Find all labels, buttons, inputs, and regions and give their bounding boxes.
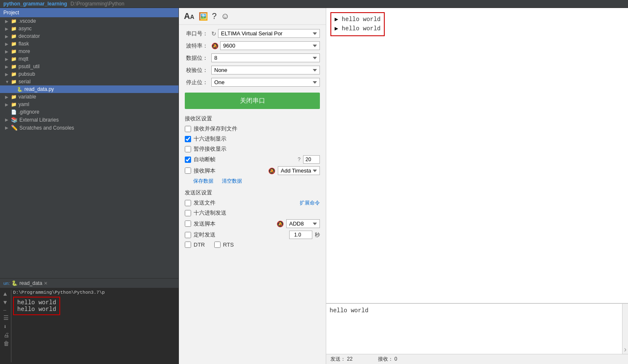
clear-data-btn[interactable]: 清空数据 (222, 178, 242, 185)
databits-label: 数据位： (185, 54, 208, 62)
run-tab-close-btn[interactable]: ✕ (44, 281, 48, 286)
receive-line1: ▶ hello world (335, 15, 381, 24)
project-path: D:\Programming\Python (70, 1, 124, 7)
recv-script-select[interactable]: Add Timesta (278, 166, 320, 175)
emoji-icon[interactable]: ☺ (221, 11, 229, 21)
tree-item-decorator[interactable]: ▶ 📁 decorator (0, 32, 178, 40)
recv-help-icon[interactable]: ? (298, 157, 301, 162)
receive-section-title: 接收区设置 (185, 115, 320, 122)
tree-item-gitignore[interactable]: 📄 .gitignore (0, 108, 178, 116)
databits-select[interactable]: 8 (211, 53, 320, 62)
refresh-icon[interactable]: ↻ (211, 30, 216, 37)
recv-hex-checkbox[interactable] (185, 136, 191, 142)
image-icon[interactable]: 🖼️ (199, 12, 208, 21)
recv-auto-value-input[interactable] (303, 155, 320, 164)
delete-btn[interactable]: 🗑 (3, 340, 9, 347)
stopbits-label: 停止位： (185, 79, 208, 86)
receive-status-value: 0 (394, 356, 397, 362)
baud-select[interactable]: 9600 (220, 41, 320, 50)
tree-item-yaml[interactable]: ▶ 📁 yaml (0, 101, 178, 108)
project-header: Project (0, 8, 178, 17)
tree-item-psutil[interactable]: ▶ 📁 psutil_util (0, 63, 178, 70)
save-data-btn[interactable]: 保存数据 (193, 178, 213, 185)
send-hex-checkbox[interactable] (185, 210, 191, 216)
scroll-up-btn[interactable]: ▲ (3, 291, 9, 298)
tree-item-scratches[interactable]: ▶ ✏️ Scratches and Consoles (0, 124, 178, 132)
serial-toolbar: AA 🖼️ ? ☺ (179, 8, 326, 25)
parity-select[interactable]: None (211, 66, 320, 74)
timed-send-label[interactable]: 定时发送 (194, 231, 216, 239)
receive-line2: ▶ hello world (335, 24, 381, 33)
send-script-checkbox[interactable] (185, 221, 191, 227)
receive-status: 接收： 0 (378, 356, 397, 363)
baud-label: 波特率： (185, 42, 208, 50)
rts-checkbox[interactable] (214, 242, 221, 248)
font-size-icon[interactable]: AA (184, 11, 194, 21)
tree-item-read-data[interactable]: 🐍 read_data.py (0, 85, 178, 93)
run-path: D:\Programming\Python\Python3.7\p (13, 290, 177, 295)
timed-send-checkbox[interactable] (185, 232, 191, 238)
recv-save-label[interactable]: 接收并保存到文件 (194, 125, 237, 133)
stopbits-row: 停止位： One (185, 78, 320, 87)
timed-send-row: 定时发送 秒 (185, 231, 320, 239)
send-file-row: 发送文件 扩展命令 (185, 199, 320, 207)
receive-arrow-1: ▶ (335, 16, 338, 23)
scroll-down-btn[interactable]: ▼ (3, 299, 9, 306)
send-script-controls: 🔕 ADD8 (277, 219, 320, 228)
recv-script-controls: 🔕 Add Timesta (268, 166, 320, 175)
print-btn[interactable]: 🖨 (3, 332, 9, 339)
send-section-title: 发送区设置 (185, 189, 320, 197)
send-file-label[interactable]: 发送文件 (194, 199, 216, 207)
tree-label: External Libraries (19, 117, 59, 123)
stopbits-select[interactable]: One (211, 78, 320, 87)
tree-item-serial[interactable]: ▼ 📁 serial (0, 78, 178, 85)
send-scrollbar[interactable]: › (622, 304, 628, 354)
dtr-label[interactable]: DTR (194, 242, 205, 248)
close-port-button[interactable]: 关闭串口 (185, 93, 320, 109)
help-icon[interactable]: ? (212, 11, 217, 21)
tree-item-vscode[interactable]: ▶ 📁 .vscode (0, 17, 178, 25)
recv-auto-checkbox[interactable] (185, 157, 191, 163)
serial-content: 串口号： ↻ ELTIMA Virtual Serial Por 波特率： 🔕 … (179, 25, 326, 255)
recv-pause-label[interactable]: 暂停接收显示 (194, 145, 226, 153)
receive-text-2: hello world (342, 25, 381, 32)
project-name: python_grammar_learning (3, 1, 67, 7)
expand-cmd-btn[interactable]: 扩展命令 (300, 199, 320, 207)
recv-pause-checkbox[interactable] (185, 146, 191, 152)
send-hex-label[interactable]: 十六进制发送 (194, 209, 226, 217)
tree-item-external-libraries[interactable]: ▶ 📚 External Libraries (0, 116, 178, 124)
tree-label: read_data.py (24, 86, 54, 92)
send-script-label[interactable]: 发送脚本 (194, 220, 216, 228)
send-file-checkbox[interactable] (185, 200, 191, 206)
run-output-line2: hello world (17, 306, 56, 313)
tree-item-async[interactable]: ▶ 📁 async (0, 25, 178, 32)
tree-item-more[interactable]: ▶ 📁 more (0, 48, 178, 55)
tree-item-flask[interactable]: ▶ 📁 flask (0, 40, 178, 48)
recv-save-checkbox[interactable] (185, 126, 191, 132)
run-tab-title: un: 🐍 read_data ✕ (0, 279, 51, 287)
recv-script-label[interactable]: 接收脚本 (194, 167, 216, 175)
port-select[interactable]: ELTIMA Virtual Serial Por (218, 29, 320, 38)
rts-label[interactable]: RTS (223, 242, 234, 248)
dtr-checkbox[interactable] (185, 242, 191, 248)
send-script-mute-icon: 🔕 (277, 221, 284, 227)
timed-send-unit: 秒 (315, 231, 320, 239)
tree-item-variable[interactable]: ▶ 📁 variable (0, 93, 178, 101)
tree-label: Scratches and Consoles (19, 125, 74, 131)
timed-send-controls: 秒 (289, 231, 320, 239)
baud-row: 波特率： 🔕 9600 (185, 41, 320, 50)
recv-hex-label[interactable]: 十六进制显示 (194, 135, 226, 143)
timed-send-value-input[interactable] (289, 231, 312, 239)
recv-auto-row: 自动断帧 ? (185, 155, 320, 164)
send-area: hello world › (326, 303, 628, 354)
align-btn[interactable]: ☰ (3, 314, 9, 321)
download-btn[interactable]: ⬇ (3, 323, 9, 330)
send-script-select[interactable]: ADD8 (286, 219, 320, 228)
tree-item-mqtt[interactable]: ▶ 📁 mqtt (0, 55, 178, 63)
recv-pause-row: 暂停接收显示 (185, 145, 320, 153)
recv-script-checkbox[interactable] (185, 167, 191, 174)
recv-auto-label[interactable]: 自动断帧 (194, 156, 216, 163)
tree-item-pubsub[interactable]: ▶ 📁 pubsub (0, 70, 178, 78)
tree-label: mqtt (19, 56, 28, 62)
send-textarea[interactable]: hello world (326, 304, 622, 354)
